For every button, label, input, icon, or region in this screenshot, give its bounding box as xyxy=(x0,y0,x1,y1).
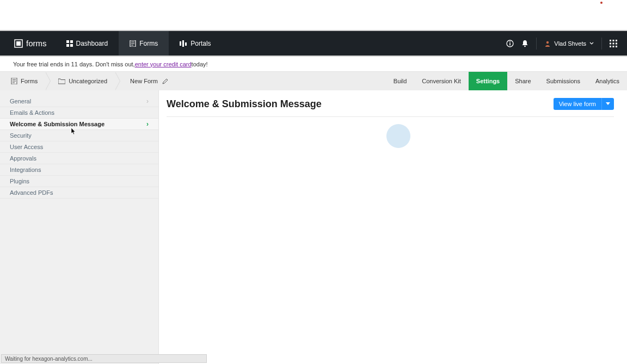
svg-rect-22 xyxy=(613,42,614,44)
nav-dashboard[interactable]: Dashboard xyxy=(56,31,119,55)
svg-point-16 xyxy=(524,45,526,47)
chevron-right-icon: › xyxy=(146,120,149,128)
svg-rect-10 xyxy=(180,41,181,46)
divider xyxy=(536,38,537,50)
svg-rect-2 xyxy=(66,40,69,43)
forms-icon xyxy=(130,40,136,47)
user-menu[interactable]: Vlad Shvets xyxy=(544,40,594,47)
sidebar-item-general[interactable]: General › xyxy=(0,96,158,107)
breadcrumb-bar: Forms Uncategorized New Form Build Conve… xyxy=(0,72,627,90)
svg-rect-3 xyxy=(70,40,73,43)
nav-portals[interactable]: Portals xyxy=(169,31,222,55)
svg-rect-21 xyxy=(610,42,611,44)
svg-point-17 xyxy=(546,41,549,43)
folder-icon xyxy=(58,78,65,84)
tab-conversion-kit[interactable]: Conversion Kit xyxy=(414,72,469,90)
tab-analytics[interactable]: Analytics xyxy=(588,72,627,90)
nav-item-label: Portals xyxy=(190,40,211,47)
svg-rect-24 xyxy=(610,46,611,47)
tab-submissions[interactable]: Submissions xyxy=(539,72,588,90)
user-avatar-icon xyxy=(544,40,551,47)
svg-rect-1 xyxy=(16,41,21,46)
apps-grid-icon[interactable] xyxy=(610,40,617,47)
svg-rect-5 xyxy=(70,44,73,47)
sidebar-item-advanced-pdfs[interactable]: Advanced PDFs xyxy=(0,187,158,199)
divider xyxy=(601,38,602,50)
sidebar-item-label: Welcome & Submission Message xyxy=(10,121,104,127)
svg-rect-12 xyxy=(185,42,187,46)
sidebar-item-label: Advanced PDFs xyxy=(10,189,53,196)
crumb-label: Uncategorized xyxy=(69,78,107,84)
caret-down-icon xyxy=(606,102,610,106)
svg-rect-25 xyxy=(613,46,614,47)
sidebar-item-security[interactable]: Security xyxy=(0,130,158,141)
sidebar-item-emails-actions[interactable]: Emails & Actions xyxy=(0,107,158,119)
tab-label: Share xyxy=(515,78,531,84)
tab-settings[interactable]: Settings xyxy=(469,72,507,90)
user-name: Vlad Shvets xyxy=(554,40,586,47)
brand-logo-icon xyxy=(14,39,23,48)
sidebar-item-welcome-submission[interactable]: Welcome & Submission Message › xyxy=(0,119,158,130)
view-live-dropdown[interactable] xyxy=(601,98,614,110)
sidebar-item-user-access[interactable]: User Access xyxy=(0,141,158,153)
tab-label: Submissions xyxy=(546,78,580,84)
nav-forms[interactable]: Forms xyxy=(119,31,169,55)
sidebar-item-approvals[interactable]: Approvals xyxy=(0,153,158,164)
crumb-forms[interactable]: Forms xyxy=(0,72,45,90)
portals-icon xyxy=(180,40,187,47)
brand-name: forms xyxy=(26,39,47,48)
nav-item-label: Forms xyxy=(139,40,158,47)
settings-sidebar: General › Emails & Actions Welcome & Sub… xyxy=(0,90,159,364)
tab-label: Build xyxy=(394,78,407,84)
svg-rect-11 xyxy=(182,40,184,47)
status-text: Waiting for hexagon-analytics.com... xyxy=(5,356,93,362)
crumb-uncategorized[interactable]: Uncategorized xyxy=(45,72,115,90)
dashboard-icon xyxy=(66,40,73,47)
sidebar-item-label: Emails & Actions xyxy=(10,109,54,116)
trial-banner: Your free trial ends in 11 days. Don't m… xyxy=(0,57,627,72)
chevron-down-icon xyxy=(589,42,594,45)
brand[interactable]: forms xyxy=(0,39,56,48)
loading-spinner xyxy=(386,124,410,148)
tab-label: Conversion Kit xyxy=(422,78,461,84)
tab-build[interactable]: Build xyxy=(386,72,414,90)
pencil-icon[interactable] xyxy=(162,78,168,84)
sidebar-item-label: Security xyxy=(10,132,32,139)
top-navbar: forms Dashboard Forms Portals xyxy=(0,30,627,57)
svg-rect-18 xyxy=(610,40,611,41)
svg-rect-4 xyxy=(66,44,69,47)
sidebar-item-plugins[interactable]: Plugins xyxy=(0,176,158,187)
bell-icon[interactable] xyxy=(521,40,528,47)
content-area: Welcome & Submission Message View live f… xyxy=(159,90,627,364)
view-live-form-button[interactable]: View live form xyxy=(554,98,601,110)
sidebar-item-integrations[interactable]: Integrations xyxy=(0,164,158,176)
svg-point-14 xyxy=(509,41,511,42)
info-icon[interactable] xyxy=(506,40,514,47)
browser-status-bar: Waiting for hexagon-analytics.com... xyxy=(1,354,207,363)
enter-credit-card-link[interactable]: enter your credit card xyxy=(135,61,192,67)
svg-rect-19 xyxy=(613,40,614,41)
sidebar-item-label: Approvals xyxy=(10,155,36,162)
sidebar-item-label: User Access xyxy=(10,144,43,150)
crumb-label: Forms xyxy=(21,78,38,84)
chevron-right-icon: › xyxy=(146,97,149,105)
svg-rect-15 xyxy=(509,43,511,46)
form-list-icon xyxy=(11,78,17,84)
recording-dot xyxy=(600,2,603,4)
trial-text-prefix: Your free trial ends in 11 days. Don't m… xyxy=(13,61,135,67)
sidebar-item-label: Plugins xyxy=(10,178,29,184)
sidebar-item-label: Integrations xyxy=(10,166,41,173)
crumb-label: New Form xyxy=(130,78,158,84)
svg-rect-23 xyxy=(616,42,617,44)
svg-rect-26 xyxy=(616,46,617,47)
sidebar-item-label: General xyxy=(10,98,31,104)
tab-label: Settings xyxy=(476,78,500,84)
page-title: Welcome & Submission Message xyxy=(167,98,322,110)
crumb-new-form[interactable]: New Form xyxy=(115,72,176,90)
tab-share[interactable]: Share xyxy=(507,72,538,90)
trial-text-suffix: today! xyxy=(192,61,208,67)
nav-item-label: Dashboard xyxy=(76,40,108,47)
svg-rect-20 xyxy=(616,40,617,41)
tab-label: Analytics xyxy=(595,78,619,84)
